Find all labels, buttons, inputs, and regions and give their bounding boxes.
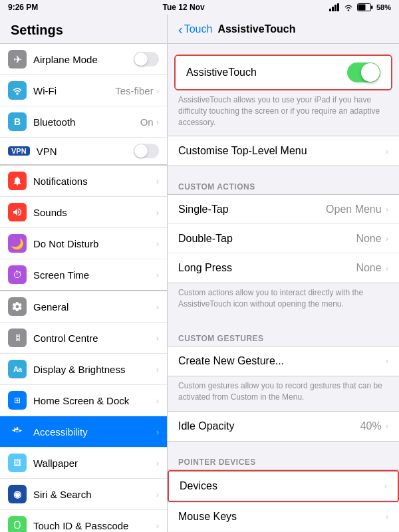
sidebar-item-touchid[interactable]: Touch ID & Passcode ›: [0, 510, 167, 532]
screentime-label: Screen Time: [33, 269, 156, 281]
battery-percent: 58%: [376, 3, 391, 11]
sidebar-item-siri[interactable]: ◉ Siri & Search ›: [0, 479, 167, 510]
accessibility-icon: [8, 422, 27, 441]
idle-opacity-row[interactable]: Idle Opacity 40% ›: [168, 412, 399, 441]
sidebar-item-display[interactable]: Aa Display & Brightness ›: [0, 354, 167, 385]
general-label: General: [33, 301, 156, 313]
svg-rect-6: [371, 6, 373, 9]
back-button[interactable]: ‹ Touch: [178, 23, 212, 36]
touchid-chevron: ›: [156, 521, 159, 531]
single-tap-value: Open Menu: [326, 203, 382, 215]
bluetooth-value: On: [140, 116, 154, 128]
sidebar-item-wallpaper[interactable]: 🖼 Wallpaper ›: [0, 448, 167, 479]
create-new-gesture-row[interactable]: Create New Gesture... ›: [168, 346, 399, 376]
idle-opacity-value: 40%: [360, 420, 382, 432]
bluetooth-icon: B: [8, 112, 27, 131]
notifications-chevron: ›: [156, 176, 159, 186]
single-tap-label: Single-Tap: [178, 203, 326, 215]
long-press-value: None: [356, 262, 381, 274]
custom-actions-group: Single-Tap Open Menu › Double-Tap None ›…: [168, 194, 399, 283]
sidebar-item-airplane[interactable]: ✈ Airplane Mode: [0, 44, 167, 75]
battery-icon: [357, 3, 373, 11]
sounds-chevron: ›: [156, 207, 159, 217]
sidebar-item-homescreen[interactable]: ⊞ Home Screen & Dock ›: [0, 385, 167, 416]
touchid-label: Touch ID & Passcode: [33, 520, 156, 531]
right-panel-title: AssistiveTouch: [217, 23, 295, 35]
airplane-icon: ✈: [8, 50, 27, 68]
sidebar-item-controlcentre[interactable]: 🎛 Control Centre ›: [0, 323, 167, 354]
assistivetouch-row[interactable]: AssistiveTouch: [176, 56, 391, 89]
vpn-toggle[interactable]: [134, 144, 159, 158]
custom-gestures-header: CUSTOM GESTURES: [168, 330, 399, 346]
sounds-label: Sounds: [33, 207, 156, 218]
homescreen-icon: ⊞: [8, 391, 27, 410]
sidebar-group-general: General › 🎛 Control Centre › Aa Display …: [0, 291, 167, 532]
right-content: AssistiveTouch AssistiveTouch allows you…: [168, 44, 399, 532]
assistivetouch-footer: AssistiveTouch allows you to use your iP…: [168, 90, 399, 136]
sidebar-item-general[interactable]: General ›: [0, 291, 167, 323]
siri-icon: ◉: [8, 485, 27, 503]
custom-actions-header: CUSTOM ACTIONS: [168, 178, 399, 194]
sidebar-item-notifications[interactable]: Notifications ›: [0, 166, 167, 197]
long-press-chevron: ›: [386, 263, 388, 273]
sidebar-item-vpn[interactable]: VPN VPN: [0, 138, 167, 164]
idle-opacity-group: Idle Opacity 40% ›: [168, 411, 399, 442]
customise-menu-row[interactable]: Customise Top-Level Menu ›: [168, 136, 399, 166]
general-chevron: ›: [156, 302, 159, 312]
controlcentre-label: Control Centre: [33, 332, 156, 344]
homescreen-label: Home Screen & Dock: [33, 395, 156, 406]
long-press-row[interactable]: Long Press None ›: [168, 253, 399, 283]
wifi-value: Tes-fiber: [115, 85, 154, 96]
sidebar-item-bluetooth[interactable]: B Bluetooth On ›: [0, 106, 167, 138]
customise-menu-label: Customise Top-Level Menu: [178, 145, 386, 157]
sidebar-group-notifications: Notifications › Sounds › 🌙 Do Not Distur…: [0, 165, 167, 291]
wifi-chevron: ›: [156, 86, 159, 96]
display-chevron: ›: [156, 364, 159, 374]
general-icon: [8, 297, 27, 316]
wifi-settings-icon: [8, 81, 27, 100]
display-label: Display & Brightness: [33, 364, 156, 375]
mouse-keys-row[interactable]: Mouse Keys ›: [168, 502, 399, 531]
vpn-label: VPN: [37, 146, 134, 157]
svg-rect-1: [332, 7, 334, 11]
wallpaper-label: Wallpaper: [33, 458, 156, 469]
sidebar: Settings ✈ Airplane Mode Wi-Fi Tes-fiber…: [0, 15, 168, 532]
svg-rect-2: [334, 5, 336, 11]
back-label: Touch: [184, 23, 213, 35]
devices-label: Devices: [180, 480, 384, 492]
single-tap-row[interactable]: Single-Tap Open Menu ›: [168, 195, 399, 224]
airplane-toggle[interactable]: [134, 52, 159, 66]
sidebar-item-donotdisturb[interactable]: 🌙 Do Not Disturb ›: [0, 228, 167, 259]
assistivetouch-highlight-box: AssistiveTouch: [174, 55, 392, 90]
sidebar-item-wifi[interactable]: Wi-Fi Tes-fiber ›: [0, 75, 167, 106]
devices-highlight: Devices ›: [168, 470, 399, 502]
assistivetouch-toggle[interactable]: [347, 63, 380, 82]
controlcentre-icon: 🎛: [8, 329, 27, 347]
idle-opacity-label: Idle Opacity: [178, 420, 360, 432]
double-tap-row[interactable]: Double-Tap None ›: [168, 224, 399, 253]
sidebar-item-sounds[interactable]: Sounds ›: [0, 197, 167, 228]
long-press-label: Long Press: [178, 262, 356, 274]
status-date: Tue 12 Nov: [163, 3, 205, 12]
status-bar: 9:26 PM Tue 12 Nov 58%: [0, 0, 399, 15]
single-tap-chevron: ›: [386, 204, 388, 214]
notifications-icon: [8, 172, 27, 190]
controlcentre-chevron: ›: [156, 333, 159, 343]
screentime-chevron: ›: [156, 270, 159, 280]
create-new-gesture-chevron: ›: [386, 356, 388, 366]
svg-rect-7: [358, 5, 365, 11]
notifications-label: Notifications: [33, 176, 156, 187]
sidebar-item-accessibility[interactable]: Accessibility ›: [0, 416, 167, 448]
wallpaper-chevron: ›: [156, 458, 159, 468]
main-layout: Settings ✈ Airplane Mode Wi-Fi Tes-fiber…: [0, 15, 399, 532]
sidebar-item-screentime[interactable]: ⏱ Screen Time ›: [0, 259, 167, 290]
donotdisturb-chevron: ›: [156, 239, 159, 249]
accessibility-label: Accessibility: [33, 426, 156, 438]
bluetooth-chevron: ›: [156, 117, 159, 127]
accessibility-chevron: ›: [156, 427, 159, 437]
devices-row[interactable]: Devices ›: [169, 471, 398, 501]
touchid-icon: [8, 516, 27, 532]
pointer-devices-group: Devices › Mouse Keys › Pointer Style › S…: [168, 469, 399, 532]
devices-chevron: ›: [384, 481, 387, 491]
siri-chevron: ›: [156, 489, 159, 499]
